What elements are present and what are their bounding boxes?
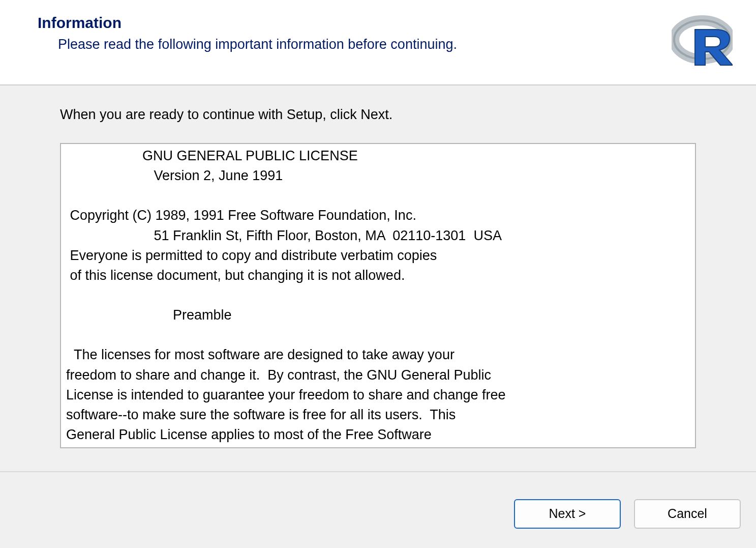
wizard-header-text: Information Please read the following im… (38, 14, 672, 52)
next-button[interactable]: Next > (514, 499, 621, 529)
license-textbox[interactable]: GNU GENERAL PUBLIC LICENSE Version 2, Ju… (60, 143, 696, 448)
wizard-body: When you are ready to continue with Setu… (0, 85, 756, 472)
page-subtitle: Please read the following important info… (58, 37, 672, 52)
cancel-button[interactable]: Cancel (634, 499, 741, 529)
r-project-logo-icon (672, 14, 733, 70)
instruction-text: When you are ready to continue with Setu… (60, 107, 696, 123)
page-title: Information (38, 14, 672, 32)
wizard-header: Information Please read the following im… (0, 0, 756, 85)
wizard-footer: Next > Cancel (0, 472, 756, 548)
